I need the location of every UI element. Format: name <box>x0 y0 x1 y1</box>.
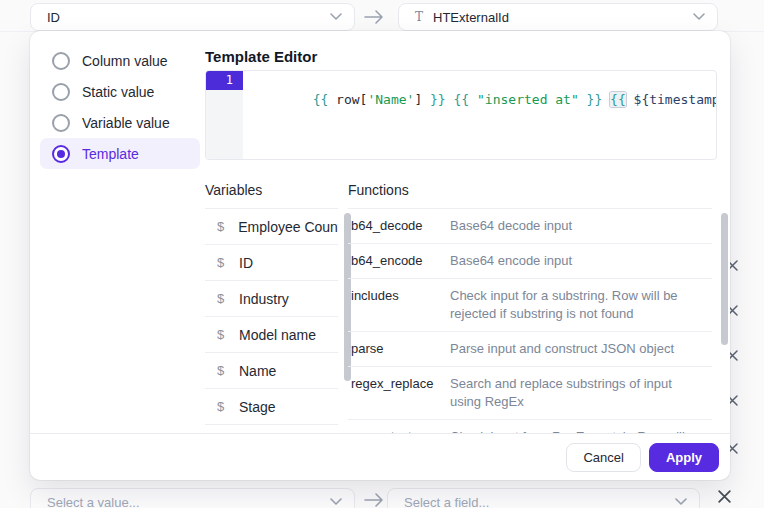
function-name: b64_encode <box>351 252 450 270</box>
functions-scrollbar[interactable] <box>721 213 728 345</box>
code-token: ${timestamp} <box>634 92 717 107</box>
function-description: Parse input and construct JSON object <box>450 340 698 358</box>
template-editor-title: Template Editor <box>205 48 317 65</box>
apply-button[interactable]: Apply <box>649 443 719 472</box>
code-token: row[ <box>336 92 367 107</box>
modal-footer: Cancel Apply <box>30 433 730 480</box>
template-code-line[interactable]: {{ row['Name'] }} {{ "inserted at" }} {{… <box>243 71 717 159</box>
variable-name: Employee Count <box>238 219 338 235</box>
variable-name: ID <box>239 255 253 271</box>
radio-button-icon[interactable] <box>52 83 70 101</box>
variables-list: $ Employee Count $ ID $ Industry $ Model… <box>205 208 338 431</box>
variable-item[interactable]: $ ID <box>205 245 338 281</box>
function-name: includes <box>351 287 450 323</box>
variables-heading: Variables <box>205 182 262 198</box>
variable-dollar-icon: $ <box>217 399 225 414</box>
source-column-select[interactable]: ID <box>30 3 355 31</box>
function-item[interactable]: parse Parse input and construct JSON obj… <box>348 332 712 367</box>
function-item[interactable]: regex_replace Search and replace substri… <box>348 367 712 420</box>
variable-item[interactable]: $ Stage <box>205 389 338 425</box>
variable-name: Model name <box>239 327 316 343</box>
code-token: {{ <box>313 92 336 107</box>
target-field-value: HTExternalId <box>433 10 693 25</box>
value-select-placeholder: Select a value... <box>47 495 330 508</box>
chevron-down-icon <box>330 498 342 506</box>
function-name: parse <box>351 340 450 358</box>
variable-dollar-icon: $ <box>217 291 225 306</box>
active-line-number: 1 <box>206 71 243 90</box>
target-field-select[interactable]: T HTExternalId <box>398 3 718 31</box>
radio-button-icon[interactable] <box>52 52 70 70</box>
function-item[interactable]: regex_test Check input for a RegEx match… <box>348 420 712 433</box>
line-number-gutter: 1 <box>206 71 243 159</box>
function-description: Base64 encode input <box>450 252 698 270</box>
chevron-down-icon <box>693 13 705 21</box>
code-token <box>626 92 634 107</box>
option-label: Variable value <box>82 115 170 131</box>
code-token: 'Name' <box>367 92 414 107</box>
function-description: Check input for a substring. Row will be… <box>450 287 698 323</box>
field-select-placeholder: Select a field... <box>404 495 675 508</box>
cancel-button[interactable]: Cancel <box>566 443 640 472</box>
variable-item[interactable]: $ Model name <box>205 317 338 353</box>
function-item[interactable]: b64_decode Base64 decode input <box>348 209 712 244</box>
value-type-option[interactable]: Column value <box>40 45 200 76</box>
variable-name: Industry <box>239 291 289 307</box>
chevron-down-icon <box>675 498 687 506</box>
chevron-down-icon <box>330 13 342 21</box>
functions-heading: Functions <box>348 182 409 198</box>
value-type-option[interactable]: Variable value <box>40 107 200 138</box>
field-mapping-screen: ID T HTExternalId Column value Static va… <box>0 0 764 508</box>
template-editor-modal: Column value Static value Variable value… <box>30 31 730 480</box>
new-row-value-select[interactable]: Select a value... <box>30 488 355 508</box>
source-column-value: ID <box>47 10 330 25</box>
code-token <box>579 92 587 107</box>
variable-item[interactable]: $ Industry <box>205 281 338 317</box>
value-type-option[interactable]: Static value <box>40 76 200 107</box>
arrow-right-icon <box>363 9 385 25</box>
variable-dollar-icon: $ <box>217 327 225 342</box>
radio-button-icon[interactable] <box>52 145 70 163</box>
variable-name: Name <box>239 363 276 379</box>
arrow-right-icon <box>363 492 385 508</box>
variable-item[interactable]: $ Employee Count <box>205 209 338 245</box>
code-token: "inserted at" <box>477 92 579 107</box>
code-token: {{ <box>610 92 626 107</box>
variable-dollar-icon: $ <box>217 219 224 234</box>
code-token: }} <box>430 92 453 107</box>
function-description: Search and replace substrings of input u… <box>450 375 698 411</box>
function-name: b64_decode <box>351 217 450 235</box>
variable-item[interactable]: $ Name <box>205 353 338 389</box>
function-item[interactable]: includes Check input for a substring. Ro… <box>348 279 712 332</box>
function-item[interactable]: b64_encode Base64 encode input <box>348 244 712 279</box>
function-description: Base64 decode input <box>450 217 698 235</box>
code-token: }} <box>587 92 610 107</box>
option-label: Static value <box>82 84 154 100</box>
function-name: regex_replace <box>351 375 450 411</box>
option-label: Template <box>82 146 139 162</box>
variable-name: Stage <box>239 399 276 415</box>
radio-button-icon[interactable] <box>52 114 70 132</box>
code-token <box>422 92 430 107</box>
code-editor[interactable]: 1 {{ row['Name'] }} {{ "inserted at" }} … <box>205 70 717 160</box>
value-type-option[interactable]: Template <box>40 138 200 169</box>
variable-dollar-icon: $ <box>217 363 225 378</box>
variable-dollar-icon: $ <box>217 255 225 270</box>
option-label: Column value <box>82 53 168 69</box>
value-type-options: Column value Static value Variable value… <box>40 45 200 169</box>
row-close-icon[interactable] <box>717 489 732 504</box>
functions-list: b64_decode Base64 decode input b64_encod… <box>348 208 712 433</box>
text-type-icon: T <box>415 10 423 24</box>
new-row-field-select[interactable]: Select a field... <box>387 488 700 508</box>
code-token: {{ <box>454 92 477 107</box>
